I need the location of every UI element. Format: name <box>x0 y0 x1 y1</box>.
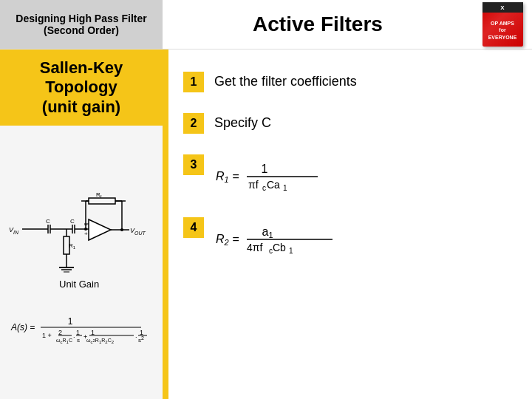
svg-text:Ca: Ca <box>267 179 280 191</box>
svg-text:Cb: Cb <box>273 242 286 253</box>
svg-text:R1: R1 <box>69 242 76 250</box>
active-filters-title: Active Filters <box>253 13 383 36</box>
circuit-svg: VIN C C Rf <box>7 175 155 286</box>
topology-heading-line2: (unit gain) <box>42 98 120 116</box>
topology-heading-line1: Sallen-Key Topology <box>40 58 123 96</box>
step-1-text: Get the filter coefficients <box>214 72 357 89</box>
svg-text:C: C <box>70 218 75 225</box>
r1-formula-svg: R1 = 1 πf c Ca 1 <box>214 157 362 194</box>
r2-formula-svg: R2 = a1 4πf c Cb 1 <box>214 219 377 260</box>
svg-text:VIN: VIN <box>9 226 19 235</box>
steps-list: 1 Get the filter coefficients 2 Specify … <box>183 72 517 263</box>
circuit-diagram: VIN C C Rf <box>0 164 163 297</box>
book-cover: X OP AMPSforEVERYONE <box>482 2 523 47</box>
svg-text:1: 1 <box>283 184 287 192</box>
svg-text:VOUT: VOUT <box>130 227 146 236</box>
step-2: 2 Specify C <box>183 113 517 134</box>
step-2-text: Specify C <box>214 113 271 131</box>
svg-text:+: + <box>84 231 88 237</box>
svg-text:1: 1 <box>262 163 268 175</box>
svg-text:4πf: 4πf <box>247 242 262 253</box>
step-4-badge: 4 <box>183 217 204 238</box>
svg-text:1: 1 <box>289 247 293 255</box>
svg-text:Rf: Rf <box>96 191 102 199</box>
header-title: Active Filters <box>163 0 473 49</box>
step-2-badge: 2 <box>183 113 204 134</box>
step-4-formula: R2 = a1 4πf c Cb 1 <box>214 217 377 263</box>
filter-title-label: Designing High Pass Filter (Second Order… <box>9 13 154 36</box>
svg-rect-13 <box>89 198 115 204</box>
svg-text:a1: a1 <box>262 225 273 239</box>
svg-text:s2: s2 <box>138 335 144 344</box>
header-left-label: Designing High Pass Filter (Second Order… <box>0 0 163 49</box>
transfer-function: A(s) = 1 1 + 2 ωcR1C · 1 s + 1 ωc2R1R2C2… <box>4 301 163 367</box>
step-3-badge: 3 <box>183 154 204 175</box>
svg-text:C: C <box>46 218 50 225</box>
svg-text:ωcR1C: ωcR1C <box>56 338 72 344</box>
step-1-badge: 1 <box>183 72 204 92</box>
sidebar: Sallen-Key Topology (unit gain) VIN C C <box>0 50 163 399</box>
book-text: OP AMPSforEVERYONE <box>488 20 517 40</box>
svg-text:c: c <box>262 184 266 192</box>
topology-heading: Sallen-Key Topology (unit gain) <box>0 50 163 126</box>
svg-text:s: s <box>77 337 80 344</box>
svg-text:A(s) =: A(s) = <box>10 322 35 332</box>
main-content: 1 Get the filter coefficients 2 Specify … <box>168 50 532 399</box>
svg-text:R2 =: R2 = <box>216 233 239 247</box>
step-3: 3 R1 = 1 πf c Ca 1 <box>183 154 517 197</box>
unit-gain-text: Unit Gain <box>59 279 99 290</box>
transfer-function-svg: A(s) = 1 1 + 2 ωcR1C · 1 s + 1 ωc2R1R2C2… <box>10 304 165 363</box>
svg-text:R1 =: R1 = <box>216 170 239 184</box>
step-3-formula: R1 = 1 πf c Ca 1 <box>214 154 362 197</box>
step-1: 1 Get the filter coefficients <box>183 72 517 92</box>
svg-marker-16 <box>89 219 111 240</box>
header: Designing High Pass Filter (Second Order… <box>0 0 532 50</box>
svg-text:·: · <box>73 333 75 341</box>
book-cover-container: X OP AMPSforEVERYONE <box>473 0 532 49</box>
svg-text:·: · <box>135 333 137 341</box>
step-4: 4 R2 = a1 4πf c Cb 1 <box>183 217 517 263</box>
svg-text:ωc2R1R2C2: ωc2R1R2C2 <box>86 338 115 344</box>
svg-text:πf: πf <box>248 179 259 191</box>
unit-gain-label: Unit Gain <box>59 279 99 290</box>
svg-text:1: 1 <box>68 316 73 327</box>
book-top-bar: X <box>482 2 523 13</box>
svg-text:1 +: 1 + <box>42 332 52 339</box>
svg-text:−: − <box>84 222 88 228</box>
